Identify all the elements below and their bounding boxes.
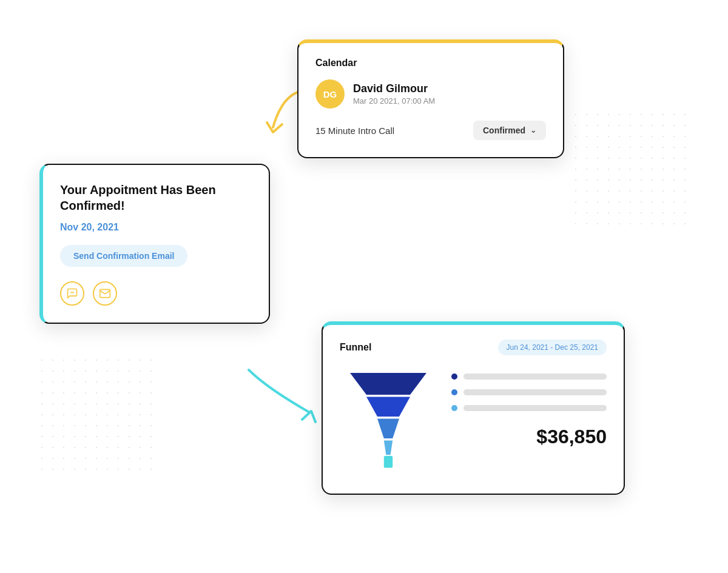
legend-dot-3 [451, 405, 457, 411]
funnel-header: Funnel Jun 24, 2021 - Dec 25, 2021 [340, 340, 607, 355]
scene: Calendar DG David Gilmour Mar 20 2021, 0… [0, 0, 728, 573]
chevron-down-icon: ⌄ [530, 126, 536, 135]
meeting-type: 15 Minute Intro Call [315, 126, 394, 136]
svg-marker-1 [350, 373, 426, 395]
legend-bar-1 [463, 374, 607, 380]
calendar-title: Calendar [315, 58, 546, 69]
dot-grid-left [36, 355, 158, 476]
svg-marker-4 [384, 441, 393, 455]
legend-dot-1 [451, 374, 457, 380]
arrow-teal-icon [231, 364, 328, 437]
funnel-visual [340, 367, 437, 477]
svg-rect-5 [384, 456, 393, 468]
legend-bar-2 [463, 389, 607, 395]
appointment-date: Nov 20, 2021 [60, 222, 252, 233]
appointment-title: Your Appoitment Has Been Confirmed! [60, 182, 252, 213]
send-confirmation-email-button[interactable]: Send Confirmation Email [60, 245, 187, 267]
funnel-title: Funnel [340, 342, 371, 353]
confirmed-label: Confirmed [483, 126, 525, 135]
svg-marker-2 [366, 397, 410, 417]
user-datetime: Mar 20 2021, 07:00 AM [353, 96, 435, 106]
funnel-amount: $36,850 [451, 426, 607, 448]
avatar: DG [315, 79, 345, 109]
dot-grid-right [570, 109, 692, 230]
funnel-card: Funnel Jun 24, 2021 - Dec 25, 2021 [322, 321, 625, 495]
svg-marker-3 [377, 419, 399, 438]
appointment-card: Your Appoitment Has Been Confirmed! Nov … [39, 164, 270, 324]
legend-dot-2 [451, 389, 457, 395]
confirmed-button[interactable]: Confirmed ⌄ [473, 121, 546, 140]
legend-item-2 [451, 389, 607, 395]
calendar-bottom-row: 15 Minute Intro Call Confirmed ⌄ [315, 121, 546, 140]
legend-bar-3 [463, 405, 607, 411]
funnel-date-range: Jun 24, 2021 - Dec 25, 2021 [498, 340, 607, 355]
funnel-chart-icon [340, 367, 437, 477]
calendar-user-row: DG David Gilmour Mar 20 2021, 07:00 AM [315, 79, 546, 109]
chat-icon[interactable] [60, 281, 84, 306]
funnel-body: $36,850 [340, 367, 607, 477]
legend-item-3 [451, 405, 607, 411]
email-icon[interactable] [93, 281, 117, 306]
calendar-card: Calendar DG David Gilmour Mar 20 2021, 0… [297, 39, 564, 158]
user-name: David Gilmour [353, 82, 435, 95]
appointment-icons [60, 281, 252, 306]
funnel-right: $36,850 [451, 367, 607, 448]
calendar-user-info: David Gilmour Mar 20 2021, 07:00 AM [353, 82, 435, 106]
legend-item-1 [451, 374, 607, 380]
